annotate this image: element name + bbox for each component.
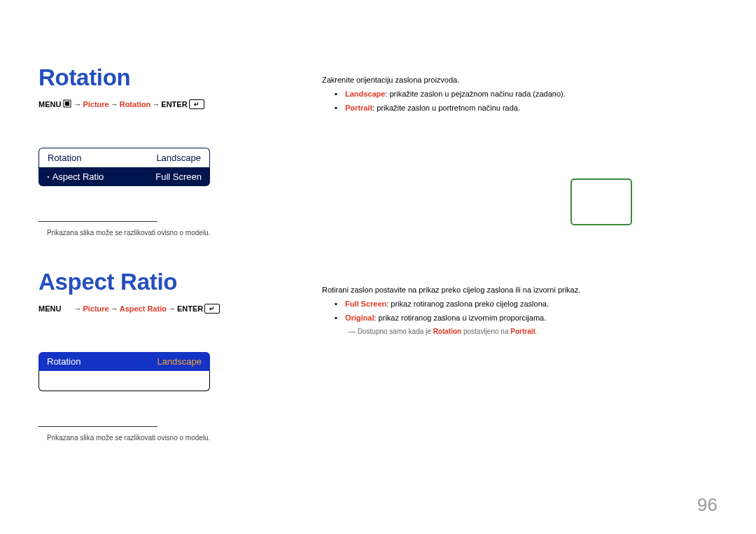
menu-ui-rotation: Rotation Landscape Aspect Ratio Full Scr…	[38, 148, 210, 186]
menu-seg-picture: Picture	[83, 100, 108, 108]
option-text: : prikažite zaslon u pejzažnom načinu ra…	[385, 90, 565, 98]
menu-prefix: MENU	[38, 100, 61, 108]
arrow-icon: →	[74, 100, 81, 108]
note-kw: Portrait	[510, 328, 536, 335]
option-landscape: Landscape: prikažite zaslon u pejzažnom …	[335, 90, 714, 98]
aspect-ratio-description: Rotirani zaslon postavite na prikaz prek…	[322, 283, 714, 335]
option-full-screen: Full Screen: prikaz rotiranog zaslona pr…	[335, 300, 714, 308]
option-text: : prikaz rotiranog zaslona u izvornim pr…	[374, 314, 546, 322]
option-kw: Portrait	[345, 104, 372, 112]
option-text: : prikaz rotiranog zaslona preko cijelog…	[386, 300, 549, 308]
svg-rect-1	[65, 101, 69, 106]
option-kw: Landscape	[345, 90, 385, 98]
footnote-rotation: Prikazana slika može se razlikovati ovis…	[47, 229, 718, 237]
enter-icon: ↵	[189, 99, 204, 109]
menu-icon	[62, 99, 72, 109]
landscape-illustration-icon	[570, 178, 632, 225]
option-kw: Full Screen	[345, 300, 386, 308]
menu-row-placeholder	[38, 371, 210, 391]
arrow-icon: →	[111, 100, 118, 108]
arrow-icon: →	[152, 100, 160, 108]
option-original: Original: prikaz rotiranog zaslona u izv…	[335, 314, 714, 322]
menu-row-aspect-ratio[interactable]: Aspect Ratio Full Screen	[38, 167, 210, 186]
separator	[38, 221, 158, 222]
arrow-icon: →	[74, 304, 81, 313]
menu-prefix: MENU	[38, 304, 61, 313]
arrow-icon: →	[168, 304, 176, 313]
svg-rect-3	[64, 304, 71, 311]
note-mid: postavljeno na	[461, 328, 510, 335]
separator	[38, 426, 158, 427]
menu-row-rotation-context[interactable]: Rotation Landscape	[38, 352, 210, 371]
menu-row-value: Landscape	[156, 153, 201, 163]
note-kw: Rotation	[433, 328, 462, 335]
svg-rect-2	[659, 180, 692, 225]
menu-row-value: Landscape	[157, 356, 202, 367]
arrow-icon: →	[111, 304, 118, 313]
menu-seg-aspect-ratio: Aspect Ratio	[120, 304, 167, 313]
footnote-aspect-ratio: Prikazana slika može se razlikovati ovis…	[47, 434, 718, 442]
menu-row-value: Full Screen	[155, 171, 202, 182]
portrait-illustration-icon	[657, 178, 694, 227]
availability-note: ― Dostupno samo kada je Rotation postavl…	[349, 328, 714, 335]
menu-row-label: Rotation	[48, 153, 81, 163]
menu-row-rotation[interactable]: Rotation Landscape	[38, 148, 210, 167]
note-suffix: .	[536, 328, 538, 335]
menu-row-label: Rotation	[47, 356, 80, 367]
rotation-description: Zakrenite orijentaciju zaslona proizvoda…	[322, 73, 714, 112]
menu-icon	[62, 304, 72, 314]
menu-row-label: Aspect Ratio	[47, 171, 104, 182]
enter-icon: ↵	[204, 304, 220, 314]
note-prefix: ― Dostupno samo kada je	[349, 328, 433, 335]
menu-seg-picture: Picture	[83, 304, 108, 313]
option-text: : prikažite zaslon u portretnom načinu r…	[372, 104, 520, 112]
page-number: 96	[697, 494, 718, 516]
desc-main: Rotirani zaslon postavite na prikaz prek…	[322, 286, 714, 294]
menu-suffix: ENTER	[177, 304, 203, 313]
menu-seg-rotation: Rotation	[120, 100, 151, 108]
menu-suffix: ENTER	[161, 100, 187, 108]
option-portrait: Portrait: prikažite zaslon u portretnom …	[335, 104, 714, 112]
option-kw: Original	[345, 314, 374, 322]
desc-main: Zakrenite orijentaciju zaslona proizvoda…	[322, 76, 714, 84]
menu-ui-aspect-ratio: Rotation Landscape	[38, 352, 210, 391]
